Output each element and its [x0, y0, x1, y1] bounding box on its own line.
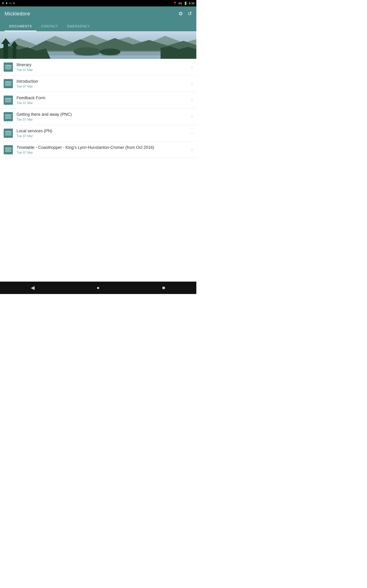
doc-text: Getting there and away (PNC) Tue 07 Mar: [17, 112, 190, 121]
location-icon: 📍: [173, 2, 177, 5]
doc-icon: [4, 95, 13, 105]
doc-icon: [4, 62, 13, 72]
chevron-right-icon: ›: [191, 131, 193, 136]
list-item[interactable]: Local services (PN) Tue 07 Mar ›: [0, 125, 196, 141]
document-list: Itinerary Tue 07 Mar › Introduction Tue …: [0, 59, 196, 158]
refresh-button[interactable]: ↺: [188, 11, 192, 17]
list-item[interactable]: Itinerary Tue 07 Mar ›: [0, 59, 196, 75]
chevron-right-icon: ›: [191, 114, 193, 119]
battery-icon: 🔋: [184, 2, 187, 5]
svg-point-11: [101, 54, 119, 56]
list-item[interactable]: Getting there and away (PNC) Tue 07 Mar …: [0, 108, 196, 125]
hero-image: [0, 31, 196, 59]
download-icon: ⬇: [2, 2, 4, 5]
settings-button[interactable]: ⚙: [178, 11, 183, 17]
doc-text: Feedback Form Tue 07 Mar: [17, 95, 190, 105]
list-item[interactable]: Introduction Tue 07 Mar ›: [0, 75, 196, 92]
doc-text: Local services (PN) Tue 07 Mar: [17, 129, 190, 138]
tab-contact[interactable]: CONTACT: [36, 21, 63, 31]
toolbar: Mickledore ⚙ ↺: [0, 6, 196, 21]
tab-bar: DOCUMENTS CONTACT EMERGENCY: [0, 21, 196, 31]
signal-label: 4G: [178, 2, 182, 5]
recent-apps-button[interactable]: ■: [159, 283, 168, 292]
chevron-right-icon: ›: [191, 147, 193, 152]
doc-icon: [4, 145, 13, 154]
svg-point-10: [75, 53, 100, 56]
doc-text: Introduction Tue 07 Mar: [17, 79, 190, 88]
font-icon: A: [13, 2, 15, 5]
doc-icon: [4, 79, 13, 88]
tab-emergency[interactable]: EMERGENCY: [63, 21, 94, 31]
bottom-nav: ◀ ● ■: [0, 282, 196, 294]
chevron-right-icon: ›: [191, 98, 193, 103]
toolbar-actions: ⚙ ↺: [178, 11, 192, 17]
back-button[interactable]: ◀: [28, 283, 37, 292]
status-icons-left: ⬇ ⬇ ▭ A: [2, 2, 15, 5]
status-icons-right: 📍 4G 🔋 8:39: [173, 2, 194, 5]
tab-documents[interactable]: DOCUMENTS: [5, 21, 36, 31]
doc-icon: [4, 129, 13, 138]
sd-icon: ▭: [9, 2, 12, 5]
list-item[interactable]: Timetable - Coasthopper - King's Lynn-Hu…: [0, 141, 196, 158]
chevron-right-icon: ›: [191, 81, 193, 86]
list-item[interactable]: Feedback Form Tue 07 Mar ›: [0, 92, 196, 108]
time-label: 8:39: [189, 2, 194, 5]
app-title: Mickledore: [5, 11, 30, 17]
chevron-right-icon: ›: [191, 65, 193, 69]
doc-text: Timetable - Coasthopper - King's Lynn-Hu…: [17, 145, 190, 154]
doc-text: Itinerary Tue 07 Mar: [17, 62, 190, 72]
status-bar: ⬇ ⬇ ▭ A 📍 4G 🔋 8:39: [0, 0, 196, 6]
download2-icon: ⬇: [6, 2, 8, 5]
home-button[interactable]: ●: [94, 283, 103, 292]
doc-icon: [4, 112, 13, 121]
